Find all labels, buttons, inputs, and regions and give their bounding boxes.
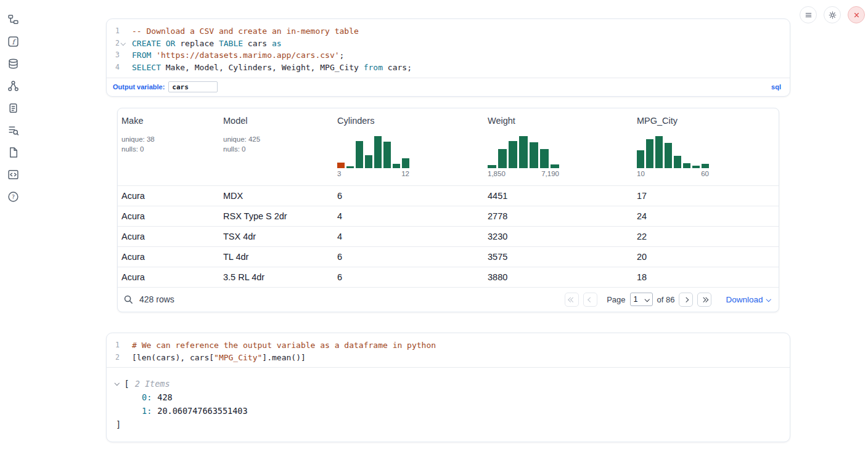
hist-max-label: 7,190	[541, 170, 559, 177]
histogram-bar	[346, 166, 354, 168]
histogram-bar	[383, 142, 391, 168]
items-count-label: 2 Items	[135, 377, 170, 390]
table-header-row: Makeunique: 38nulls: 0Modelunique: 425nu…	[118, 108, 779, 185]
column-header[interactable]: Weight1,8507,190	[484, 116, 633, 185]
topbar	[800, 6, 865, 23]
chevron-down-icon	[766, 296, 771, 301]
table-cell: MDX	[219, 191, 334, 201]
output-variable-input[interactable]	[168, 81, 218, 92]
histogram-bar	[665, 143, 672, 168]
table-cell: 3575	[484, 252, 633, 262]
column-header[interactable]: Makeunique: 38nulls: 0	[118, 116, 219, 185]
page-label: Page	[607, 295, 625, 304]
page-total-label: of 86	[657, 295, 675, 304]
code-line[interactable]: 2[len(cars), cars["MPG_City"].mean()]	[107, 352, 790, 364]
unique-count: unique: 425	[223, 134, 334, 144]
table-cell: 17	[633, 191, 779, 201]
histogram-bar	[530, 142, 538, 168]
sql-code-editor[interactable]: 1-- Download a CSV and create an in-memo…	[107, 19, 790, 78]
line-number: 3	[107, 49, 120, 62]
document-icon[interactable]	[7, 147, 19, 158]
gutter-spacer	[120, 62, 126, 74]
code-line[interactable]: 1-- Download a CSV and create an in-memo…	[107, 25, 790, 38]
column-header[interactable]: Cylinders312	[334, 116, 484, 185]
file-tree-icon[interactable]	[7, 14, 19, 25]
prev-page-button[interactable]	[583, 293, 597, 307]
histogram-bar	[692, 166, 700, 168]
histogram-bar	[655, 136, 663, 168]
table-cell: Acura	[118, 191, 219, 201]
closing-bracket: ]	[107, 418, 790, 431]
column-header[interactable]: MPG_City1060	[633, 116, 779, 185]
gutter-spacer	[120, 352, 126, 364]
histogram-bar	[509, 141, 517, 168]
hist-min-label: 3	[337, 170, 341, 177]
svg-text:?: ?	[11, 193, 14, 200]
table-cell: TL 4dr	[219, 252, 334, 262]
python-code-editor[interactable]: 1# We can reference the output variable …	[107, 333, 790, 367]
snippets-icon[interactable]	[7, 169, 19, 180]
gutter-spacer	[120, 339, 126, 352]
menu-button[interactable]	[800, 6, 817, 23]
table-cell: 22	[633, 232, 779, 241]
search-icon[interactable]	[123, 294, 134, 305]
opening-bracket: [	[125, 377, 129, 390]
column-histogram	[637, 136, 779, 168]
histogram-bar	[540, 149, 549, 168]
code-line[interactable]: 3FROM 'https://datasets.marimo.app/cars.…	[107, 49, 790, 62]
column-header[interactable]: Modelunique: 425nulls: 0	[219, 116, 334, 185]
outline-search-icon[interactable]	[7, 124, 19, 136]
table-cell: Acura	[118, 211, 219, 221]
dependency-graph-icon[interactable]	[7, 80, 19, 92]
histogram-bar	[356, 141, 363, 168]
column-label: Make	[121, 116, 219, 126]
histogram-bar	[637, 150, 644, 168]
next-page-button[interactable]	[679, 293, 693, 307]
code-line[interactable]: 4SELECT Make, Model, Cylinders, Weight, …	[107, 62, 790, 74]
table-row: AcuraTSX 4dr4323022	[118, 226, 779, 246]
histogram-bar	[393, 164, 400, 168]
first-page-button[interactable]	[565, 293, 579, 307]
hist-min-label: 1,850	[488, 170, 506, 177]
table-cell: 4	[334, 232, 484, 241]
histogram-bar	[683, 163, 690, 168]
output-list-header: [ 2 Items	[107, 377, 790, 390]
functions-icon[interactable]: f	[7, 36, 19, 47]
histogram-range: 1,8507,190	[488, 170, 559, 177]
download-button[interactable]: Download	[726, 295, 770, 304]
data-table-panel: Makeunique: 38nulls: 0Modelunique: 425nu…	[117, 108, 779, 312]
table-cell: 4	[334, 211, 484, 221]
help-icon[interactable]: ?	[7, 191, 19, 203]
code-line[interactable]: 2CREATE OR replace TABLE cars as	[107, 38, 790, 50]
table-cell: RSX Type S 2dr	[219, 211, 334, 221]
chevron-down-icon	[645, 296, 650, 301]
histogram-bar	[674, 156, 681, 168]
fold-chevron-icon[interactable]	[120, 38, 126, 50]
shutdown-button[interactable]	[848, 6, 865, 23]
gutter-spacer	[120, 25, 126, 38]
line-number: 2	[107, 38, 120, 50]
settings-button[interactable]	[824, 6, 841, 23]
last-page-button[interactable]	[697, 293, 711, 307]
histogram-bar	[702, 164, 709, 168]
table-row: Acura3.5 RL 4dr6388018	[118, 267, 779, 287]
table-cell: 2778	[484, 211, 633, 221]
code-line[interactable]: 1# We can reference the output variable …	[107, 339, 790, 352]
null-count: nulls: 0	[121, 144, 219, 154]
line-number: 1	[107, 25, 120, 38]
output-entry: 0:428	[107, 390, 790, 404]
scroll-icon[interactable]	[7, 102, 19, 114]
table-body: AcuraMDX6445117AcuraRSX Type S 2dr427782…	[118, 185, 779, 287]
page-select[interactable]: 1	[630, 293, 653, 306]
table-row: AcuraRSX Type S 2dr4277824	[118, 206, 779, 226]
table-cell: Acura	[118, 252, 219, 262]
collapse-chevron-icon[interactable]	[115, 382, 119, 385]
hist-max-label: 60	[701, 170, 709, 177]
download-label: Download	[726, 295, 763, 304]
table-cell: 3880	[484, 272, 633, 282]
database-icon[interactable]	[7, 58, 19, 70]
histogram-bar	[551, 164, 559, 168]
table-footer: 428 rows Page 1 of 86 Download	[118, 287, 779, 312]
pagination: Page 1 of 86 Download	[565, 293, 772, 307]
histogram-range: 312	[337, 170, 409, 177]
